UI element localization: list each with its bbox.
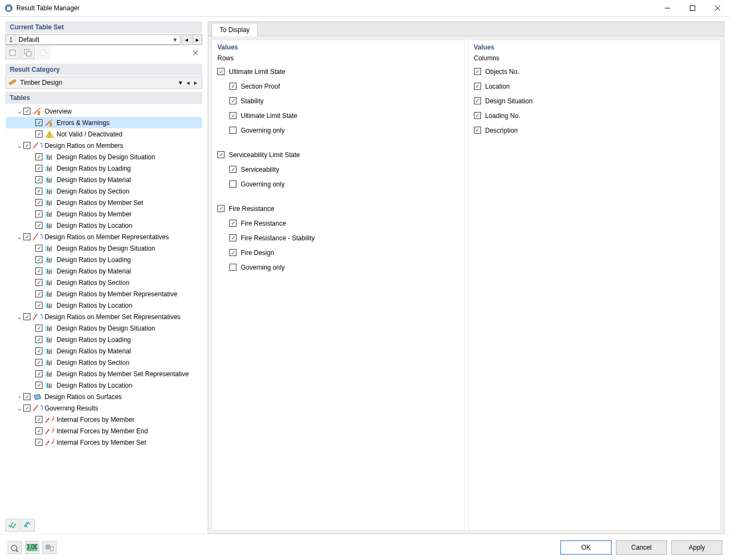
tree-item[interactable]: Not Valid / Deactivated bbox=[6, 128, 202, 140]
tree-item[interactable]: Design Ratios by Member Set bbox=[6, 197, 202, 208]
tableset-next-button[interactable]: ▸ bbox=[192, 34, 202, 45]
checkbox[interactable] bbox=[35, 359, 42, 366]
checkbox[interactable] bbox=[229, 166, 236, 173]
checkbox[interactable] bbox=[229, 234, 236, 241]
check-row[interactable]: Serviceability Limit State bbox=[217, 147, 459, 162]
copy-tableset-button[interactable] bbox=[21, 46, 35, 59]
units-button[interactable]: 0,00 bbox=[25, 541, 39, 554]
tree-item[interactable]: Design Ratios by Design Situation bbox=[6, 151, 202, 163]
check-row[interactable]: Objects No. bbox=[474, 64, 715, 79]
check-row[interactable]: Governing only bbox=[217, 123, 459, 138]
checkbox[interactable] bbox=[35, 165, 42, 172]
checkbox[interactable] bbox=[35, 302, 42, 309]
checkbox[interactable] bbox=[35, 188, 42, 195]
check-row[interactable]: Stability bbox=[217, 94, 459, 108]
checkbox[interactable] bbox=[35, 279, 42, 286]
apply-button[interactable]: Apply bbox=[671, 540, 722, 555]
checkbox[interactable] bbox=[217, 151, 224, 158]
tree-item[interactable]: Design Ratios by Member bbox=[6, 208, 202, 220]
tree-item[interactable]: Design Ratios by Design Situation bbox=[6, 322, 202, 334]
tree-item[interactable]: Design Ratios by Loading bbox=[6, 334, 202, 345]
checkbox[interactable] bbox=[23, 233, 30, 240]
checkbox[interactable] bbox=[35, 119, 42, 126]
tree-item[interactable]: Design Ratios by Location bbox=[6, 379, 202, 391]
check-row[interactable]: Fire Resistance - Stability bbox=[217, 231, 459, 245]
checkbox[interactable] bbox=[35, 439, 42, 446]
tree-item[interactable]: Design Ratios by Member Representative bbox=[6, 288, 202, 300]
checkbox[interactable] bbox=[217, 205, 224, 212]
check-row[interactable]: Section Proof bbox=[217, 79, 459, 94]
check-all-button[interactable] bbox=[5, 519, 20, 532]
tree-item[interactable]: AInternal Forces by Member Set bbox=[6, 437, 202, 448]
close-button[interactable] bbox=[705, 0, 730, 16]
checkbox[interactable] bbox=[35, 336, 42, 343]
checkbox[interactable] bbox=[23, 313, 30, 320]
expander-icon[interactable]: ⌄ bbox=[16, 142, 23, 150]
tree-item[interactable]: AInternal Forces by Member End bbox=[6, 425, 202, 437]
checkbox[interactable] bbox=[35, 267, 42, 275]
tree-item[interactable]: ⌄TDesign Ratios on Members bbox=[6, 140, 202, 151]
tree-item[interactable]: ⌄TGoverning Results bbox=[6, 402, 202, 414]
checkbox[interactable] bbox=[474, 83, 481, 90]
tree-item[interactable]: Design Ratios by Section bbox=[6, 185, 202, 197]
checkbox[interactable] bbox=[229, 181, 236, 188]
expander-icon[interactable]: ⌄ bbox=[16, 108, 23, 115]
cancel-button[interactable]: Cancel bbox=[616, 540, 667, 555]
checkbox[interactable] bbox=[35, 325, 42, 332]
tree-item[interactable]: Design Ratios by Material bbox=[6, 345, 202, 357]
tree-item[interactable]: Design Ratios by Location bbox=[6, 300, 202, 311]
checkbox[interactable] bbox=[229, 127, 236, 134]
checkbox[interactable] bbox=[35, 199, 42, 206]
delete-tableset-button[interactable]: ✕ bbox=[188, 46, 202, 59]
checkbox[interactable] bbox=[229, 83, 236, 90]
tree-item[interactable]: ⌄TDesign Ratios on Member Set Representa… bbox=[6, 311, 202, 322]
checkbox[interactable] bbox=[474, 68, 481, 75]
checkbox[interactable] bbox=[35, 416, 42, 423]
checkbox[interactable] bbox=[35, 153, 42, 160]
checkbox[interactable] bbox=[474, 112, 481, 119]
maximize-button[interactable] bbox=[680, 0, 705, 16]
tables-tree[interactable]: ⌄OverviewErrors & WarningsNot Valid / De… bbox=[6, 105, 202, 516]
checkbox[interactable] bbox=[35, 222, 42, 229]
result-category-select[interactable]: Timber Design ▾ ◂ ▸ bbox=[5, 77, 202, 89]
tree-item[interactable]: Design Ratios by Design Situation bbox=[6, 242, 202, 254]
tree-item[interactable]: ⌄Overview bbox=[6, 105, 202, 117]
checkbox[interactable] bbox=[229, 97, 236, 104]
checkbox[interactable] bbox=[229, 112, 236, 119]
category-next-button[interactable]: ▸ bbox=[192, 79, 199, 86]
tree-item[interactable]: Design Ratios by Loading bbox=[6, 163, 202, 174]
tree-item[interactable]: Design Ratios by Section bbox=[6, 357, 202, 368]
checkbox[interactable] bbox=[35, 427, 42, 434]
checkbox[interactable] bbox=[35, 290, 42, 297]
checkbox[interactable] bbox=[23, 393, 30, 400]
checkbox[interactable] bbox=[23, 108, 30, 115]
checkbox[interactable] bbox=[35, 256, 42, 263]
tree-item[interactable]: Design Ratios by Location bbox=[6, 220, 202, 231]
check-row[interactable]: Fire Design bbox=[217, 245, 459, 260]
checkbox[interactable] bbox=[217, 68, 224, 75]
check-row[interactable]: Location bbox=[474, 79, 715, 94]
checkbox[interactable] bbox=[35, 245, 42, 252]
checkbox[interactable] bbox=[23, 405, 30, 412]
help-button[interactable] bbox=[8, 541, 22, 554]
minimize-button[interactable] bbox=[655, 0, 680, 16]
checkbox[interactable] bbox=[35, 210, 42, 217]
check-row[interactable]: Design Situation bbox=[474, 94, 715, 108]
checkbox[interactable] bbox=[23, 142, 30, 149]
expander-icon[interactable]: › bbox=[16, 393, 23, 401]
ok-button[interactable]: OK bbox=[560, 540, 612, 555]
reset-check-button[interactable] bbox=[21, 519, 35, 532]
chevron-down-icon[interactable]: ▾ bbox=[177, 79, 184, 86]
check-row[interactable]: Fire Resistance bbox=[217, 216, 459, 231]
expander-icon[interactable]: ⌄ bbox=[16, 405, 23, 412]
checkbox[interactable] bbox=[229, 220, 236, 227]
tree-item[interactable]: Design Ratios by Section bbox=[6, 277, 202, 288]
check-row[interactable]: Loading No. bbox=[474, 108, 715, 123]
tree-item[interactable]: Design Ratios by Material bbox=[6, 174, 202, 185]
checkbox[interactable] bbox=[229, 264, 236, 271]
tree-item[interactable]: Design Ratios by Member Set Representati… bbox=[6, 368, 202, 379]
tree-item[interactable]: Errors & Warnings bbox=[6, 117, 202, 128]
checkbox[interactable] bbox=[229, 249, 236, 256]
checkbox[interactable] bbox=[35, 130, 42, 138]
checkbox[interactable] bbox=[35, 176, 42, 183]
